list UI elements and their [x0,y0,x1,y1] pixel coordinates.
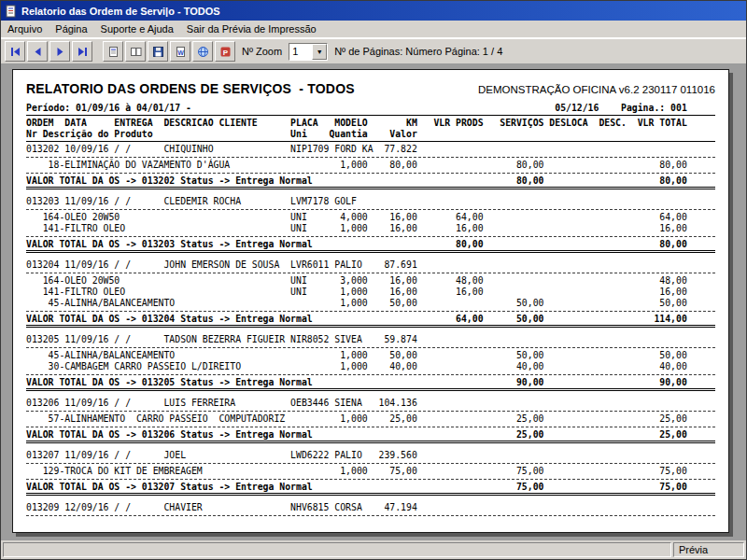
report-line: 013206 11/09/16 / / LUIS FERREIRA OEB344… [26,398,715,409]
svg-text:W: W [177,49,184,55]
next-page-button[interactable] [49,41,70,62]
report-separator-double [26,493,715,496]
report-separator-double [26,441,715,443]
report-separator-double [26,187,715,189]
zoom-select[interactable]: 1 ▼ [289,43,328,61]
menu-item-sair-da-previa[interactable]: Sair da Prévia de Impressão [180,21,323,36]
report-line: 141-FILTRO OLEO UNI 1,000 16,00 16,00 16… [26,223,715,234]
report-line: VALOR TOTAL DA OS -> 013203 Status -> En… [26,239,715,250]
report-line: 164-OLEO 20W50 UNI 4,000 16,00 64,00 64,… [26,212,715,223]
report-header: RELATORIO DAS ORDENS DE SERVIÇOS - TODOS… [26,81,715,96]
previous-page-icon [32,46,44,58]
first-page-button[interactable] [5,41,25,62]
export-html-button[interactable] [192,41,213,62]
report-line: 013207 11/09/16 / / JOEL LWD6222 PALIO 2… [26,450,715,461]
next-page-icon [54,46,66,58]
doc-export-icon: W [175,46,187,58]
report-line: 45-ALINHA/BALANCEAMENTO 1,000 50,00 50,0… [26,350,715,361]
status-panel-preview: Prévia [673,542,744,557]
report-line: 013209 12/09/16 / / CHAVIER NHV6815 CORS… [26,502,715,513]
report-separator-solid [26,140,715,142]
report-separator-dash [26,513,715,516]
app-icon [5,5,18,18]
report-line: 45-ALINHA/BALANCEAMENTO 1,000 50,00 50,0… [26,298,715,309]
report-line: VALOR TOTAL DA OS -> 013206 Status -> En… [26,429,715,441]
report-separator-dash [26,409,715,412]
last-page-icon [77,46,89,58]
zoom-value: 1 [289,44,312,60]
report-separator-dash [26,271,715,273]
report-demo-label: DEMONSTRAÇÃO OFICINA v6.2 230117 011016 [478,84,715,95]
preview-area[interactable]: RELATORIO DAS ORDENS DE SERVIÇOS - TODOS… [1,64,746,540]
report-line: ORDEM DATA ENTREGA DESCRICAO CLIENTE PLA… [26,118,715,129]
report-lines: Período: 01/09/16 à 04/01/17 - 05/12/16 … [26,103,715,516]
report-separator-double [26,250,715,253]
report-separator-dash [26,425,715,427]
report-separator-dash [26,477,715,480]
report-separator-dash [26,461,715,464]
report-line: 129-TROCA DO KIT DE EMBREAGEM 1,000 75,0… [26,466,715,477]
report-line: 141-FILTRO OLEO UNI 1,000 16,00 16,00 16… [26,287,715,298]
report-separator-dash [26,171,715,174]
report-separator-dash [26,309,715,312]
two-page-view-button[interactable] [125,41,146,62]
globe-icon [197,46,209,58]
report-separator-solid [26,114,715,116]
report-line: 57-ALINHAMENTO CARRO PASSEIO COMPUTADORI… [26,413,715,425]
report-line: Nr Descrição do Produto Uni Quantia Valo… [26,129,715,140]
title-bar[interactable]: Relatorio das Ordem de Servi|o - TODOS [1,1,746,21]
report-separator-double [26,325,715,328]
export-doc-button[interactable]: W [170,41,190,62]
page-setup-button[interactable] [103,41,123,62]
status-panel-main [3,542,671,557]
menu-bar: Arquivo Página Suporte e Ajuda Sair da P… [1,21,746,38]
report-line: Período: 01/09/16 à 04/01/17 - 05/12/16 … [26,103,715,114]
svg-text:P: P [222,48,228,56]
report-line: VALOR TOTAL DA OS -> 013207 Status -> En… [26,482,715,493]
app-window: Relatorio das Ordem de Servi|o - TODOS A… [0,0,747,560]
last-page-button[interactable] [72,41,92,62]
report-separator-dash [26,345,715,348]
menu-item-suporte-e-ajuda[interactable]: Suporte e Ajuda [94,21,180,36]
report-separator-dash [26,234,715,237]
toolbar: W P Nº Zoom 1 ▼ Nº de Páginas: Número Pá… [1,38,746,64]
window-title: Relatorio das Ordem de Servi|o - TODOS [21,6,220,17]
pdf-icon: P [219,46,232,58]
report-line: VALOR TOTAL DA OS -> 013202 Status -> En… [26,175,715,187]
report-separator-dash [26,372,715,375]
report-separator-double [26,388,715,391]
previous-page-button[interactable] [27,41,48,62]
report-line: 013203 11/09/16 / / CLEDEMIR ROCHA LVM71… [26,196,715,207]
report-title: RELATORIO DAS ORDENS DE SERVIÇOS - TODOS [26,81,355,96]
report-line: 18-ELIMINAÇÃO DO VAZAMENTO D'ÁGUA 1,000 … [26,160,715,171]
first-page-icon [9,46,21,58]
report-line: VALOR TOTAL DA OS -> 013204 Status -> En… [26,314,715,325]
report-line: 013204 11/09/16 / / JOHN EMERSON DE SOUS… [26,259,715,271]
report-line: 164-OLEO 20W50 UNI 3,000 16,00 48,00 48,… [26,275,715,287]
report-page: RELATORIO DAS ORDENS DE SERVIÇOS - TODOS… [12,69,729,533]
report-line: 013202 10/09/16 / / CHIQUINHO NIP1709 FO… [26,144,715,155]
menu-item-arquivo[interactable]: Arquivo [1,21,49,36]
zoom-label: Nº Zoom [242,46,282,57]
report-line: 013205 11/09/16 / / TADSON BEZERRA FIGUE… [26,334,715,345]
page-icon [107,46,120,58]
pages-info-label: Nº de Páginas: Número Página: 1 / 4 [334,46,502,57]
export-pdf-button[interactable]: P [215,41,235,62]
menu-item-pagina[interactable]: Página [49,21,93,36]
report-separator-dash [26,207,715,210]
chevron-down-icon[interactable]: ▼ [312,44,327,60]
save-icon [152,46,164,58]
report-line: 30-CAMBAGEM CARRO PASSEIO L/DIREITO 1,00… [26,361,715,372]
report-line: VALOR TOTAL DA OS -> 013205 Status -> En… [26,377,715,388]
status-preview-label: Prévia [679,544,708,555]
report-separator-dash [26,155,715,158]
two-pages-icon [130,46,142,58]
save-button[interactable] [148,41,168,62]
status-bar: Prévia [1,540,746,559]
